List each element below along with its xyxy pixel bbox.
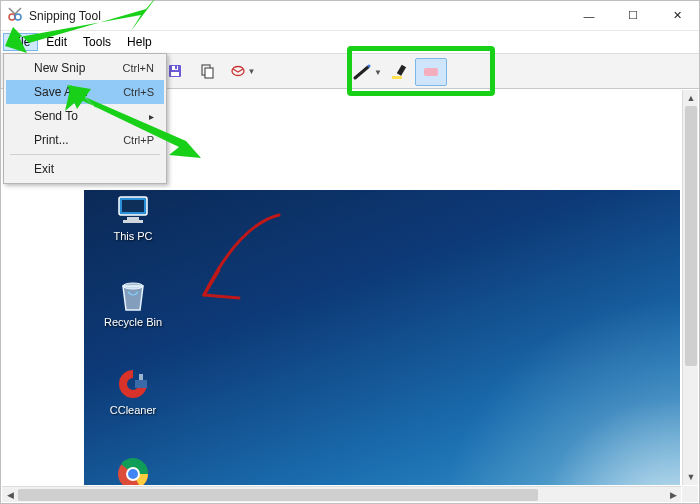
desktop-icon-label: This PC xyxy=(98,230,168,242)
horizontal-scrollbar[interactable]: ◀ ▶ xyxy=(2,486,681,502)
menu-help[interactable]: Help xyxy=(119,33,160,51)
svg-rect-22 xyxy=(424,68,438,76)
menu-item-shortcut: Ctrl+P xyxy=(123,134,154,146)
menu-item-label: Print... xyxy=(34,133,69,147)
scroll-up-button[interactable]: ▲ xyxy=(683,90,699,106)
chevron-right-icon: ▸ xyxy=(149,111,154,122)
menu-separator xyxy=(10,154,160,155)
scrollbar-corner xyxy=(682,486,698,502)
vertical-scrollbar[interactable]: ▲ ▼ xyxy=(682,90,698,485)
titlebar: Snipping Tool — ☐ ✕ xyxy=(1,1,699,31)
menu-item-save-as[interactable]: Save As... Ctrl+S xyxy=(6,80,164,104)
desktop-icon-chrome xyxy=(98,454,168,485)
menu-item-exit[interactable]: Exit xyxy=(6,157,164,181)
svg-rect-12 xyxy=(171,72,179,76)
menu-item-label: Save As... xyxy=(34,85,88,99)
this-pc-icon xyxy=(113,192,153,228)
desktop-icon-this-pc: This PC xyxy=(98,192,168,242)
desktop-icon-label: Recycle Bin xyxy=(98,316,168,328)
highlighter-button[interactable] xyxy=(383,58,415,86)
menu-item-label: New Snip xyxy=(34,61,85,75)
eraser-icon xyxy=(421,64,441,80)
chevron-down-icon: ▼ xyxy=(374,68,382,77)
menu-item-shortcut: Ctrl+S xyxy=(123,86,154,98)
svg-point-0 xyxy=(9,14,15,20)
svg-rect-29 xyxy=(139,374,143,380)
svg-point-19 xyxy=(368,65,371,68)
file-dropdown-menu: New Snip Ctrl+N Save As... Ctrl+S Send T… xyxy=(3,53,167,184)
svg-line-3 xyxy=(15,8,21,14)
menu-item-print[interactable]: Print... Ctrl+P xyxy=(6,128,164,152)
menu-item-new-snip[interactable]: New Snip Ctrl+N xyxy=(6,56,164,80)
copy-icon xyxy=(199,63,215,79)
scroll-right-button[interactable]: ▶ xyxy=(665,487,681,503)
pen-icon xyxy=(352,63,372,81)
app-icon xyxy=(7,6,23,26)
eraser-button[interactable] xyxy=(415,58,447,86)
maximize-button[interactable]: ☐ xyxy=(611,1,655,31)
svg-rect-25 xyxy=(127,217,139,220)
desktop-background: This PC Recycle Bin CCleaner xyxy=(84,190,680,485)
pen-annotation xyxy=(144,200,344,380)
svg-rect-28 xyxy=(135,380,147,388)
captured-snip: This PC Recycle Bin CCleaner xyxy=(84,190,680,485)
svg-rect-24 xyxy=(122,200,144,212)
svg-rect-21 xyxy=(392,76,402,79)
menu-edit[interactable]: Edit xyxy=(38,33,75,51)
desktop-icon-ccleaner: CCleaner xyxy=(98,366,168,416)
window-title: Snipping Tool xyxy=(29,9,101,23)
copy-button[interactable] xyxy=(193,57,221,85)
desktop-icon-recycle-bin: Recycle Bin xyxy=(98,278,168,328)
svg-rect-20 xyxy=(397,65,406,76)
menu-item-label: Send To xyxy=(34,109,78,123)
scroll-down-button[interactable]: ▼ xyxy=(683,469,699,485)
svg-rect-14 xyxy=(175,66,177,69)
desktop-icon-label: CCleaner xyxy=(98,404,168,416)
svg-point-1 xyxy=(15,14,21,20)
svg-point-17 xyxy=(232,67,244,76)
menubar: File Edit Tools Help xyxy=(1,31,699,53)
email-button[interactable]: ▼ xyxy=(225,57,261,85)
svg-point-27 xyxy=(123,283,143,289)
chevron-down-icon: ▼ xyxy=(248,67,256,76)
svg-rect-26 xyxy=(123,220,143,223)
app-window: Snipping Tool — ☐ ✕ File Edit Tools Help… xyxy=(0,0,700,504)
svg-point-32 xyxy=(128,469,138,479)
highlighter-icon xyxy=(389,63,409,81)
vertical-scroll-thumb[interactable] xyxy=(685,106,697,366)
menu-item-shortcut: Ctrl+N xyxy=(123,62,154,74)
svg-line-2 xyxy=(9,8,15,14)
ccleaner-icon xyxy=(113,366,153,402)
minimize-button[interactable]: — xyxy=(567,1,611,31)
menu-file[interactable]: File xyxy=(3,33,38,51)
email-icon xyxy=(230,63,246,79)
pen-button[interactable]: ▼ xyxy=(351,58,383,86)
svg-rect-16 xyxy=(205,68,213,78)
close-button[interactable]: ✕ xyxy=(655,1,699,31)
scroll-left-button[interactable]: ◀ xyxy=(2,487,18,503)
menu-tools[interactable]: Tools xyxy=(75,33,119,51)
horizontal-scroll-thumb[interactable] xyxy=(18,489,538,501)
save-icon xyxy=(167,63,183,79)
menu-item-label: Exit xyxy=(34,162,54,176)
menu-item-send-to[interactable]: Send To ▸ xyxy=(6,104,164,128)
recycle-bin-icon xyxy=(113,278,153,314)
svg-line-18 xyxy=(355,67,368,78)
chrome-icon xyxy=(113,454,153,485)
